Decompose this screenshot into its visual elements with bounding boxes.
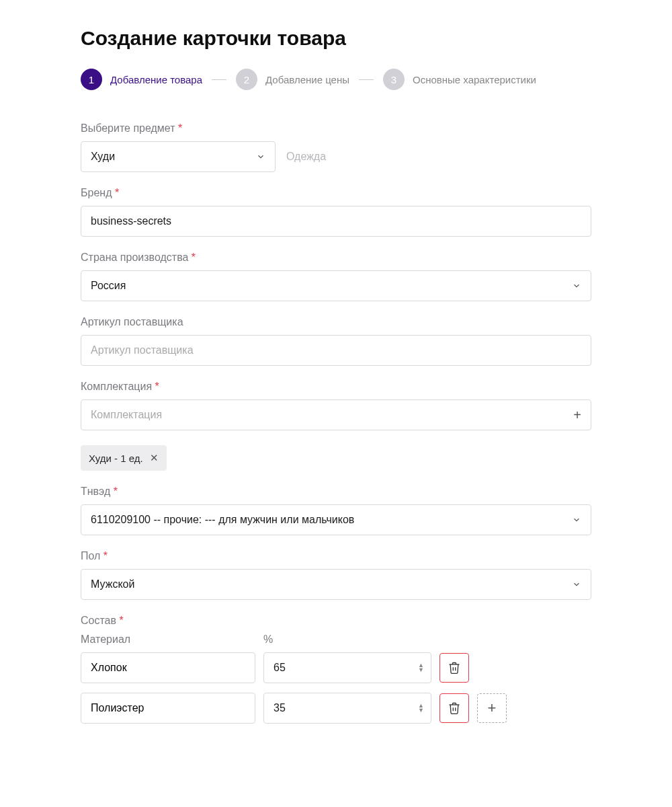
- sku-label: Артикул поставщика: [81, 316, 591, 328]
- step-2-label: Добавление цены: [265, 74, 349, 85]
- percent-value: 35: [274, 702, 286, 714]
- trash-icon: [448, 701, 461, 715]
- composition-col-percent: %: [263, 633, 431, 646]
- step-1[interactable]: 1 Добавление товара: [81, 69, 202, 90]
- brand-input[interactable]: [81, 206, 591, 237]
- bundle-tag: Худи - 1 ед. ✕: [81, 445, 167, 471]
- chevron-down-icon: [256, 152, 265, 161]
- gender-value: Мужской: [91, 578, 572, 590]
- number-spinner-icon[interactable]: ▲▼: [418, 663, 424, 672]
- field-subject: Выберите предмет * Худи Одежда: [81, 122, 591, 172]
- country-select[interactable]: Россия: [81, 270, 591, 301]
- percent-value: 65: [274, 662, 286, 674]
- delete-button[interactable]: [439, 653, 469, 683]
- percent-input-wrap[interactable]: 35 ▲▼: [263, 693, 431, 724]
- chevron-down-icon: [572, 580, 581, 589]
- stepper: 1 Добавление товара 2 Добавление цены 3 …: [81, 69, 591, 90]
- delete-button[interactable]: [439, 693, 469, 723]
- number-spinner-icon[interactable]: ▲▼: [418, 703, 424, 713]
- trash-icon: [448, 661, 461, 675]
- step-3-label: Основные характеристики: [413, 74, 536, 85]
- percent-input-wrap[interactable]: 65 ▲▼: [263, 652, 431, 683]
- subject-select[interactable]: Худи: [81, 141, 276, 172]
- composition-label: Состав *: [81, 615, 591, 627]
- composition-row: 35 ▲▼ +: [81, 693, 591, 724]
- tnved-select[interactable]: 6110209100 -- прочие: --- для мужчин или…: [81, 504, 591, 535]
- gender-select[interactable]: Мужской: [81, 569, 591, 600]
- bundle-input[interactable]: Комплектация +: [81, 399, 591, 430]
- subject-value: Худи: [91, 151, 256, 163]
- step-1-circle: 1: [81, 69, 102, 90]
- step-3-circle: 3: [383, 69, 405, 90]
- step-3[interactable]: 3 Основные характеристики: [383, 69, 536, 90]
- tnved-label: Тнвэд *: [81, 486, 591, 498]
- country-label: Страна производства *: [81, 252, 591, 264]
- sku-input[interactable]: [81, 335, 591, 366]
- field-composition: Состав * Материал % 65 ▲▼ 35 ▲▼ +: [81, 615, 591, 724]
- brand-label: Бренд *: [81, 187, 591, 199]
- bundle-tag-label: Худи - 1 ед.: [89, 453, 143, 464]
- step-separator: [359, 79, 374, 80]
- close-icon[interactable]: ✕: [150, 452, 159, 464]
- tnved-value: 6110209100 -- прочие: --- для мужчин или…: [91, 514, 572, 526]
- step-1-label: Добавление товара: [110, 74, 202, 85]
- material-input[interactable]: [81, 652, 255, 683]
- field-gender: Пол * Мужской: [81, 550, 591, 600]
- composition-col-material: Материал: [81, 633, 255, 646]
- step-separator: [212, 79, 226, 80]
- subject-label: Выберите предмет *: [81, 122, 591, 134]
- step-2[interactable]: 2 Добавление цены: [236, 69, 349, 90]
- field-sku: Артикул поставщика: [81, 316, 591, 366]
- chevron-down-icon: [572, 281, 581, 291]
- field-bundle: Комплектация * Комплектация +: [81, 381, 591, 430]
- bundle-placeholder: Комплектация: [91, 409, 573, 421]
- add-row-button[interactable]: +: [477, 693, 507, 723]
- field-country: Страна производства * Россия: [81, 252, 591, 301]
- page-title: Создание карточки товара: [81, 27, 591, 50]
- composition-header: Материал %: [81, 633, 591, 646]
- country-value: Россия: [91, 280, 572, 292]
- chevron-down-icon: [572, 515, 581, 525]
- field-brand: Бренд *: [81, 187, 591, 237]
- field-tnved: Тнвэд * 6110209100 -- прочие: --- для му…: [81, 486, 591, 535]
- bundle-label: Комплектация *: [81, 381, 591, 393]
- plus-icon: +: [573, 408, 581, 423]
- material-input[interactable]: [81, 693, 255, 724]
- composition-row: 65 ▲▼: [81, 652, 591, 683]
- step-2-circle: 2: [236, 69, 257, 90]
- subject-hint: Одежда: [286, 151, 326, 163]
- plus-icon: +: [488, 699, 497, 717]
- gender-label: Пол *: [81, 550, 591, 562]
